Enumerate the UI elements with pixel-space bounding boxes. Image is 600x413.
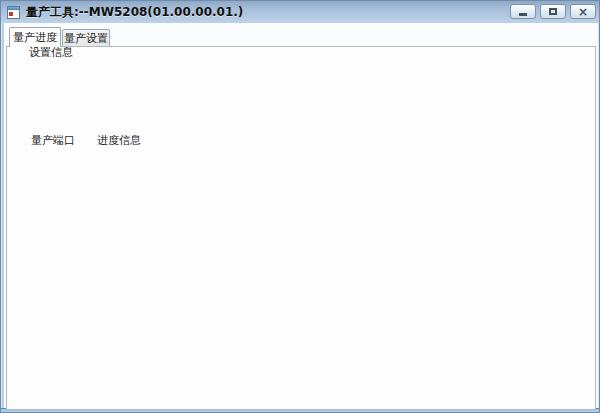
tab-production-settings[interactable]: 量产设置 [62,29,110,47]
close-icon: × [578,6,588,18]
window-controls: × [510,4,596,19]
title-bar[interactable]: 量产工具:--MW5208(01.00.00.01.) × [1,1,600,23]
minimize-button[interactable] [510,4,536,19]
client-area: 量产进度 量产设置 [4,23,598,410]
app-icon [7,6,20,19]
settings-group-title: 设置信息 [26,47,76,59]
maximize-icon [549,8,557,15]
window-title: 量产工具:--MW5208(01.00.00.01.) [26,1,243,23]
app-window: 量产工具:--MW5208(01.00.00.01.) × 量产进度 量产设置 … [0,0,600,413]
ports-group-title: 量产端口 [28,135,78,147]
progress-group-title: 进度信息 [94,135,144,147]
close-button[interactable]: × [570,4,596,19]
minimize-icon [519,13,527,16]
maximize-button[interactable] [540,4,566,19]
tab-page [6,46,596,410]
tab-production-progress[interactable]: 量产进度 [9,27,61,47]
